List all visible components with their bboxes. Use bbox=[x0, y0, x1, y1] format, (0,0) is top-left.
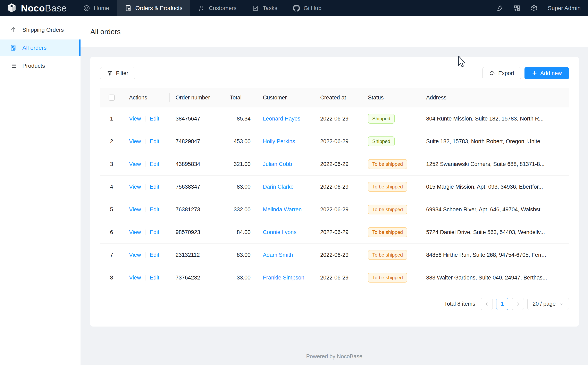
sidebar-item-all-orders[interactable]: All orders bbox=[0, 40, 80, 56]
prev-page-button[interactable] bbox=[481, 298, 493, 310]
app-screen: NocoBase Home Ord bbox=[0, 0, 588, 365]
table-row: 1 ViewEdit 38475647 85.34 Leonard Hayes … bbox=[100, 107, 569, 130]
table-header: Actions Order number Total Customer Crea… bbox=[100, 88, 569, 107]
orders-table: Actions Order number Total Customer Crea… bbox=[100, 88, 569, 289]
tab-customers[interactable]: Customers bbox=[190, 0, 244, 16]
row-actions: ViewEdit bbox=[123, 274, 169, 281]
tab-home[interactable]: Home bbox=[75, 0, 117, 16]
row-index: 7 bbox=[100, 252, 123, 258]
user-menu[interactable]: Super Admin bbox=[548, 5, 581, 11]
nocobase-logo[interactable]: NocoBase bbox=[0, 0, 72, 16]
action-divider bbox=[145, 139, 145, 144]
next-page-button[interactable] bbox=[512, 298, 524, 310]
order-number-cell: 75638347 bbox=[169, 184, 224, 190]
action-divider bbox=[145, 230, 145, 235]
action-divider bbox=[145, 161, 145, 167]
edit-link[interactable]: Edit bbox=[150, 274, 160, 281]
chevron-down-icon bbox=[560, 302, 564, 306]
edit-link[interactable]: Edit bbox=[150, 252, 160, 258]
view-link[interactable]: View bbox=[129, 229, 141, 235]
customer-link[interactable]: Julian Cobb bbox=[263, 161, 292, 167]
view-link[interactable]: View bbox=[129, 184, 141, 190]
total-cell: 453.00 bbox=[224, 138, 257, 145]
customer-link[interactable]: Adam Smith bbox=[263, 252, 293, 258]
row-index: 4 bbox=[100, 184, 123, 190]
view-link[interactable]: View bbox=[129, 252, 141, 258]
edit-link[interactable]: Edit bbox=[150, 206, 160, 213]
order-number-cell: 23132112 bbox=[169, 252, 224, 258]
view-link[interactable]: View bbox=[129, 206, 141, 213]
customer-link[interactable]: Connie Lyons bbox=[263, 229, 297, 235]
page-number-1[interactable]: 1 bbox=[496, 298, 508, 310]
order-number-cell: 43895834 bbox=[169, 161, 224, 167]
column-header-created-at: Created at bbox=[314, 88, 362, 107]
plus-icon bbox=[532, 70, 537, 76]
view-link[interactable]: View bbox=[129, 161, 141, 167]
row-actions: ViewEdit bbox=[123, 184, 169, 190]
customer-link[interactable]: Melinda Warren bbox=[263, 206, 302, 213]
highlighter-icon[interactable] bbox=[496, 5, 503, 12]
filter-button[interactable]: Filter bbox=[100, 67, 135, 79]
status-cell: To be shipped bbox=[362, 182, 420, 192]
edit-link[interactable]: Edit bbox=[150, 116, 160, 122]
list-icon bbox=[10, 62, 17, 69]
row-actions: ViewEdit bbox=[123, 206, 169, 213]
status-cell: To be shipped bbox=[362, 227, 420, 237]
total-cell: 85.34 bbox=[224, 116, 257, 122]
action-divider bbox=[145, 116, 145, 121]
table-row: 4 ViewEdit 75638347 83.00 Darin Clarke 2… bbox=[100, 175, 569, 198]
status-badge: To be shipped bbox=[368, 205, 407, 214]
table-row: 7 ViewEdit 23132112 83.00 Adam Smith 202… bbox=[100, 244, 569, 266]
table-body: 1 ViewEdit 38475647 85.34 Leonard Hayes … bbox=[100, 107, 569, 289]
created-at-cell: 2022-06-29 bbox=[314, 274, 362, 281]
add-new-button[interactable]: Add new bbox=[524, 67, 569, 79]
blocks-plus-icon[interactable] bbox=[513, 5, 520, 12]
action-divider bbox=[145, 252, 145, 258]
customer-link[interactable]: Holly Perkins bbox=[263, 138, 295, 144]
address-cell: 5724 Daniel Drive, Suite 563, 54403, Wen… bbox=[420, 229, 554, 236]
view-link[interactable]: View bbox=[129, 116, 141, 122]
customer-link[interactable]: Leonard Hayes bbox=[263, 116, 300, 122]
sidebar-item-products[interactable]: Products bbox=[0, 57, 80, 74]
customer-link[interactable]: Darin Clarke bbox=[263, 184, 294, 190]
page-header: All orders bbox=[80, 16, 588, 47]
export-button[interactable]: Export bbox=[482, 67, 521, 79]
order-number-cell: 73764232 bbox=[169, 274, 224, 281]
view-link[interactable]: View bbox=[129, 138, 141, 144]
sidebar-item-shipping-orders[interactable]: Shipping Orders bbox=[0, 21, 80, 38]
column-header-order-number: Order number bbox=[169, 88, 224, 107]
customer-cell: Connie Lyons bbox=[257, 229, 314, 236]
table-toolbar: Filter Export Add new bbox=[100, 67, 569, 79]
edit-link[interactable]: Edit bbox=[150, 184, 160, 190]
smiley-icon bbox=[83, 5, 90, 12]
table-row: 5 ViewEdit 76381273 332.00 Melinda Warre… bbox=[100, 198, 569, 221]
customer-cell: Julian Cobb bbox=[257, 161, 314, 167]
funnel-icon bbox=[107, 70, 113, 76]
edit-link[interactable]: Edit bbox=[150, 229, 160, 235]
sidebar: Shipping Orders All orders Products bbox=[0, 16, 80, 365]
gear-icon[interactable] bbox=[531, 5, 537, 12]
row-actions: ViewEdit bbox=[123, 138, 169, 145]
status-cell: Shipped bbox=[362, 114, 420, 124]
created-at-cell: 2022-06-29 bbox=[314, 116, 362, 122]
page-size-select[interactable]: 20 / page bbox=[527, 298, 569, 310]
tab-tasks[interactable]: Tasks bbox=[244, 0, 285, 16]
status-cell: To be shipped bbox=[362, 205, 420, 214]
customer-cell: Darin Clarke bbox=[257, 184, 314, 190]
nocobase-logo-icon bbox=[6, 3, 17, 14]
action-divider bbox=[145, 275, 145, 281]
customer-cell: Melinda Warren bbox=[257, 206, 314, 213]
total-cell: 83.00 bbox=[224, 252, 257, 258]
view-link[interactable]: View bbox=[129, 274, 141, 281]
tab-github[interactable]: GitHub bbox=[285, 0, 329, 16]
edit-link[interactable]: Edit bbox=[150, 138, 160, 144]
chevron-right-icon bbox=[516, 302, 520, 306]
tab-orders-products[interactable]: Orders & Products bbox=[117, 0, 190, 16]
address-cell: 1252 Swaniawski Corners, Suite 688, 8137… bbox=[420, 161, 554, 167]
customer-link[interactable]: Frankie Simpson bbox=[263, 274, 305, 281]
status-badge: To be shipped bbox=[368, 250, 407, 260]
edit-link[interactable]: Edit bbox=[150, 161, 160, 167]
select-all-checkbox[interactable] bbox=[109, 95, 115, 101]
table-row: 2 ViewEdit 74829847 453.00 Holly Perkins… bbox=[100, 130, 569, 153]
order-number-cell: 74829847 bbox=[169, 138, 224, 145]
